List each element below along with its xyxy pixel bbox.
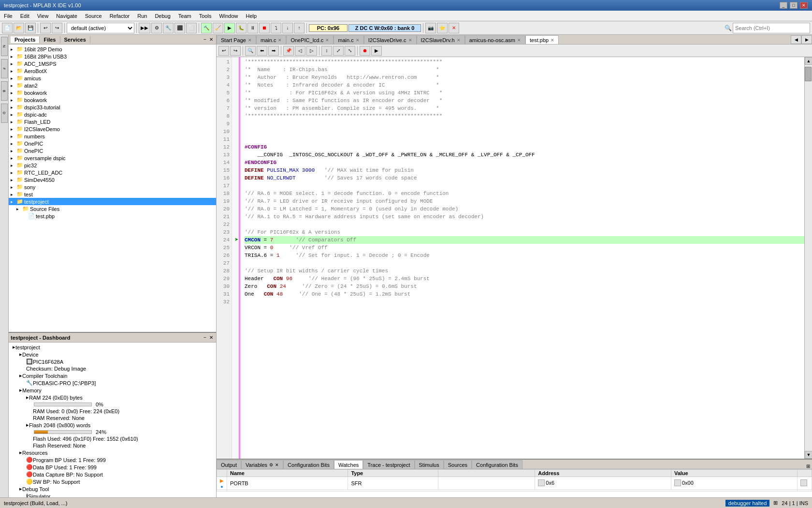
tree-item-dspic33-tutorial[interactable]: ▸📁dspic33-tutorial (9, 104, 216, 111)
menu-refactor[interactable]: Refactor (106, 12, 134, 20)
step-out[interactable]: ↑ (294, 23, 304, 33)
tree-item-I2CSlaveDemo[interactable]: ▸📁I2CSlaveDemo (9, 125, 216, 133)
nav-icon-1[interactable]: N (1, 37, 8, 56)
maximize-btn[interactable]: □ (790, 2, 798, 9)
output-tab-Output[interactable]: Output (217, 460, 241, 469)
tree-item-oversample_dspic[interactable]: ▸📁oversample dspic (9, 154, 216, 162)
tab-services[interactable]: Services (60, 36, 90, 43)
new-btn[interactable]: 📄 (2, 23, 13, 33)
editor-btn-2[interactable]: ↪ (230, 46, 241, 56)
tab-close-btn[interactable]: ✕ (551, 38, 554, 43)
editor-btn-13[interactable]: ▶ (371, 46, 382, 56)
vertical-scrollbar[interactable]: ▲ ▼ (804, 57, 812, 459)
dash-item-2[interactable]: 🔲PIC16F628A (11, 358, 214, 365)
tab-right-btn[interactable]: ▶ (801, 35, 812, 44)
tree-item-bookwork[interactable]: ▸📁bookwork (9, 96, 216, 104)
dash-item-3[interactable]: Checksum: Debug Image (11, 365, 214, 372)
dash-item-9[interactable]: RAM Used: 0 (0x0) Free: 224 (0xE0) (11, 408, 214, 415)
tree-item-test[interactable]: ▸📁test (9, 191, 216, 198)
editor-tab-I2CSlaveDrive_c[interactable]: I2CSlaveDrive.c✕ (364, 35, 417, 44)
tree-item-amicus[interactable]: ▸📁amicus (9, 75, 216, 82)
tree-item-numbers[interactable]: ▸📁numbers (9, 133, 216, 140)
editor-tab-OnePIC_lcd_c[interactable]: OnePIC_lcd.c✕ (286, 35, 334, 44)
dash-item-6[interactable]: ▸ Memory (11, 387, 214, 394)
dash-item-15[interactable]: ▸ Resources (11, 449, 214, 456)
minimize-btn[interactable]: _ (780, 2, 787, 9)
tree-item-Source_Files[interactable]: ▸📁Source Files (9, 205, 216, 212)
dash-item-1[interactable]: ▸ Device (11, 351, 214, 358)
menu-help[interactable]: Help (242, 12, 261, 20)
close-panel-btn[interactable]: ✕ (208, 37, 214, 42)
close-dash-btn[interactable]: ✕ (208, 335, 214, 340)
code-content[interactable]: '***************************************… (241, 57, 812, 459)
editor-tab-main_c[interactable]: main.c✕ (256, 35, 286, 44)
dash-item-7[interactable]: ▸ RAM 224 (0xE0) bytes (11, 394, 214, 401)
search-input[interactable] (733, 23, 810, 33)
menu-run[interactable]: Run (133, 12, 151, 20)
output-tab-Watches[interactable]: Watches (334, 460, 363, 469)
dash-item-5[interactable]: 🔧PICBASIC-PRO [C:\PBP3] (11, 379, 214, 387)
tab-close-btn[interactable]: ✕ (278, 38, 282, 43)
editor-tab-Start_Page[interactable]: Start Page✕ (217, 35, 256, 44)
tree-item-test.pbp[interactable]: 📄test.pbp (9, 212, 216, 220)
editor-btn-12[interactable]: ⏺ (360, 46, 370, 56)
output-tab-Variables[interactable]: Variables⚙✕ (241, 460, 283, 469)
tree-item-dspic-adc[interactable]: ▸📁dspic-adc (9, 111, 216, 118)
menu-debug[interactable]: Debug (151, 12, 174, 20)
dash-item-19[interactable]: 🟡SW BP: No Support (11, 478, 214, 485)
output-tab-Configuration_Bits[interactable]: Configuration Bits (472, 460, 522, 469)
menu-source[interactable]: Source (81, 12, 106, 20)
tree-item-16Bit_28Pin_USB3[interactable]: ▸📁16Bit 28Pin USB3 (9, 53, 216, 60)
watch-row-0[interactable]: ▶ ● PORTB SFR 0x6 0x00 (217, 477, 812, 490)
val-checkbox[interactable] (674, 479, 681, 486)
output-tab-Stimulus[interactable]: Stimulus (415, 460, 444, 469)
menu-edit[interactable]: Edit (16, 12, 33, 20)
editor-tab-I2CSlaveDrv_h[interactable]: I2CSlaveDrv.h✕ (417, 35, 465, 44)
tab-files[interactable]: Files (40, 36, 60, 43)
dash-item-13[interactable]: Flash Used: 496 (0x1F0) Free: 1552 (0x61… (11, 435, 214, 442)
menu-view[interactable]: View (33, 12, 53, 20)
editor-btn-5[interactable]: ➡ (268, 46, 279, 56)
undo-btn[interactable]: ↩ (40, 23, 51, 33)
menu-window[interactable]: Window (215, 12, 242, 20)
editor-btn-7[interactable]: ◁ (295, 46, 305, 56)
btn-c[interactable]: 🔧 (163, 23, 174, 33)
editor-btn-4[interactable]: ⬅ (257, 46, 267, 56)
nav-icon-2[interactable]: F (1, 59, 8, 78)
btn-e[interactable]: ⬜ (186, 23, 197, 33)
pause-btn[interactable]: ⏸ (247, 23, 258, 33)
config-dropdown[interactable]: default (active) (67, 23, 134, 33)
tab-left-btn[interactable]: ◀ (791, 35, 801, 44)
addr-checkbox[interactable] (538, 479, 545, 486)
tree-item-Flash_LED[interactable]: ▸📁Flash_LED (9, 118, 216, 125)
tree-item-atan2[interactable]: ▸📁atan2 (9, 82, 216, 89)
tree-item-OnePIC[interactable]: ▸📁OnePIC (9, 147, 216, 154)
tree-item-sony[interactable]: ▸📁sony (9, 183, 216, 191)
photo-btn[interactable]: 📷 (425, 23, 436, 33)
cancel-btn[interactable]: ✕ (449, 23, 459, 33)
tab-close-btn[interactable]: ✕ (517, 38, 521, 43)
menu-tools[interactable]: Tools (195, 12, 216, 20)
tab-close-btn[interactable]: ✕ (408, 38, 412, 43)
btn-a[interactable]: ▶▶ (139, 23, 150, 33)
dash-item-21[interactable]: ℹSimulator (11, 493, 214, 497)
scroll-down-btn[interactable]: ▼ (805, 451, 812, 459)
nav-icon-4[interactable]: D (1, 104, 8, 123)
btn-b[interactable]: ⚙ (151, 23, 162, 33)
tree-item-16bit_28P_Demo[interactable]: ▸📁16bit 28P Demo (9, 45, 216, 53)
dash-item-0[interactable]: ▸ testproject (11, 344, 214, 351)
tree-item-SimDev4550[interactable]: ▸📁SimDev4550 (9, 176, 216, 183)
scroll-thumb[interactable] (805, 67, 812, 81)
output-tab-Configuration_Bits[interactable]: Configuration Bits (283, 460, 334, 469)
editor-btn-9[interactable]: ↕ (321, 46, 332, 56)
tree-item-AeroBotX[interactable]: ▸📁AeroBotX (9, 67, 216, 75)
save-btn[interactable]: 💾 (25, 23, 36, 33)
output-tab-Trace___testproject[interactable]: Trace - testproject (363, 460, 414, 469)
scroll-up-btn[interactable]: ▲ (805, 57, 812, 65)
tab-close-btn[interactable]: ✕ (325, 38, 329, 43)
editor-btn-8[interactable]: ▷ (306, 46, 317, 56)
build-btn[interactable]: 🔨 (201, 23, 212, 33)
editor-tab-amicus_no_osc_asm[interactable]: amicus-no-osc.asm✕ (465, 35, 525, 44)
output-panel-icon[interactable]: ⊞ (804, 463, 812, 469)
watch-row-1[interactable] (217, 490, 812, 492)
